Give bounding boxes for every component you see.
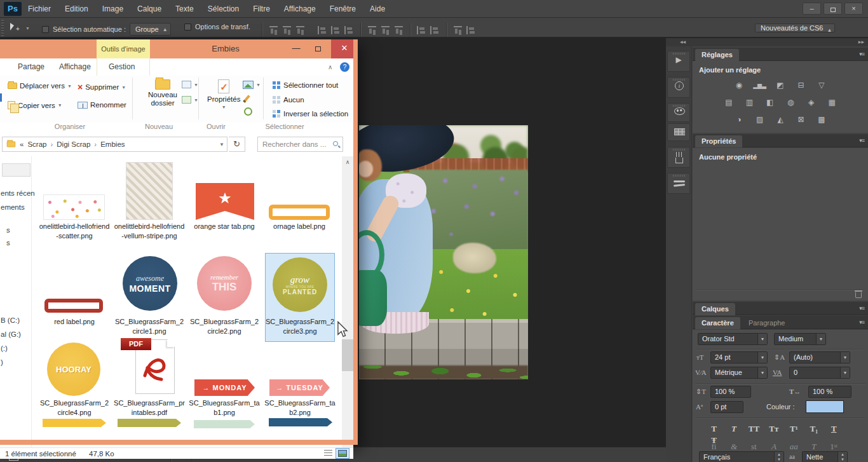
file-thumb-grow-planted[interactable]: grow WHERE YOU ARE PLANTED — [271, 256, 329, 313]
copy-to-button[interactable]: Copier vers▼ — [8, 101, 62, 109]
language-select[interactable]: Français▲▼ — [699, 451, 784, 462]
explorer-title-bar[interactable]: Outils d'image Embies — ✕ — [0, 39, 358, 58]
file-name[interactable]: SC_BluegrassFarm_2circle4.png — [39, 398, 110, 417]
file-thumb-scatter[interactable] — [43, 194, 105, 220]
file-name[interactable]: red label.png — [39, 317, 110, 327]
file-name[interactable]: SC_BluegrassFarm_printables.pdf — [114, 398, 185, 417]
menu-selection[interactable]: Sélection — [208, 4, 239, 13]
titling-alternates-button[interactable]: T — [805, 442, 822, 452]
hue-saturation-icon[interactable]: ▤ — [722, 97, 736, 107]
file-thumb-tuesday-tab[interactable]: → TUESDAY — [269, 379, 330, 396]
file-name[interactable]: SC_BluegrassFarm_2circle2.png — [189, 317, 260, 336]
threshold-icon[interactable]: ◭ — [773, 114, 787, 125]
faux-bold-button[interactable]: T — [705, 424, 722, 434]
new-item-button[interactable]: ▼ — [182, 81, 198, 88]
auto-select-checkbox[interactable] — [42, 26, 49, 33]
discretionary-ligatures-button[interactable]: st — [745, 442, 763, 452]
file-thumb-partial-navy[interactable] — [269, 418, 332, 426]
panel-menu-icon[interactable]: ▾≡ — [859, 319, 864, 325]
panel-menu-icon[interactable]: ▾≡ — [859, 137, 864, 144]
file-thumb-partial-yellow[interactable] — [43, 419, 106, 427]
distribute-top-icon[interactable] — [367, 26, 377, 34]
font-style-select[interactable]: Medium▼ — [774, 333, 826, 345]
ps-close-button[interactable]: × — [844, 3, 863, 15]
crumb-embies[interactable]: Embies — [100, 140, 125, 148]
photo-filter-icon[interactable]: ◍ — [783, 97, 797, 107]
menu-edition[interactable]: Edition — [65, 4, 88, 13]
horizontal-scale-field[interactable]: 100 % — [808, 386, 851, 398]
photo-document[interactable] — [359, 125, 528, 379]
vibrance-icon[interactable]: ▽ — [815, 80, 829, 90]
font-family-select[interactable]: Orator Std▼ — [698, 333, 768, 345]
file-thumb-hooray[interactable]: HOORAY — [44, 339, 104, 399]
menu-filtre[interactable]: Filtre — [253, 4, 270, 13]
refresh-button[interactable]: ↻ — [229, 137, 245, 152]
color-balance-icon[interactable]: ▥ — [742, 97, 756, 107]
file-thumb-partial-mint[interactable] — [194, 420, 255, 428]
panel-menu-icon[interactable]: ▾≡ — [859, 305, 864, 311]
levels-icon[interactable]: ▂▆▃ — [753, 81, 767, 91]
swatches-panel-button[interactable] — [667, 123, 690, 141]
expand-dock-icon[interactable]: ▶▶ — [858, 38, 864, 46]
menu-affichage[interactable]: Affichage — [284, 4, 316, 13]
panel-menu-icon[interactable]: ▾≡ — [859, 51, 864, 57]
nav-item-4[interactable]: s — [6, 239, 10, 247]
tab-calques[interactable]: Calques — [695, 303, 735, 315]
swash-button[interactable]: A — [765, 442, 782, 452]
nav-item-recent[interactable]: ents récen — [1, 189, 35, 197]
details-view-button[interactable] — [324, 450, 332, 458]
curves-icon[interactable]: ◩ — [773, 80, 787, 90]
gradient-map-icon[interactable]: ▩ — [815, 114, 829, 125]
leading-select[interactable]: (Auto)▼ — [789, 351, 850, 363]
invert-icon[interactable]: ◑ — [732, 114, 746, 125]
rename-button[interactable]: Renommer — [78, 101, 126, 109]
breadcrumb-prefix[interactable]: « — [20, 140, 24, 148]
tab-caractere[interactable]: Caractère — [695, 317, 740, 329]
move-to-button[interactable]: Déplacer vers▼ — [8, 82, 72, 90]
history-button[interactable] — [244, 107, 252, 116]
contextual-alternates-button[interactable]: & — [725, 442, 742, 452]
explorer-maximize-button[interactable] — [309, 41, 327, 57]
file-thumb-orange-label[interactable] — [269, 205, 330, 220]
align-vertical-centers-icon[interactable] — [282, 26, 292, 34]
small-caps-button[interactable]: Tᴛ — [765, 424, 782, 434]
file-thumb-orange-star-tab[interactable]: ★ — [196, 183, 254, 220]
file-thumb-monday-tab[interactable]: → MONDAY — [194, 379, 255, 396]
ps-restore-button[interactable] — [824, 3, 842, 15]
vertical-scale-field[interactable]: 100 % — [710, 386, 751, 398]
all-caps-button[interactable]: TT — [745, 424, 763, 434]
tab-paragraphe[interactable]: Paragraphe — [742, 317, 792, 329]
scroll-up-icon[interactable]: ∧ — [342, 159, 353, 165]
properties-button[interactable]: Propriétés ▼ — [207, 79, 240, 109]
distribute-hcenter-icon[interactable] — [430, 26, 440, 34]
ligatures-button[interactable]: fi — [705, 442, 722, 452]
nav-item-3[interactable]: s — [6, 226, 10, 234]
brightness-contrast-icon[interactable]: ◉ — [732, 80, 746, 90]
faux-italic-button[interactable]: T — [725, 424, 742, 434]
file-name[interactable]: orange star tab.png — [189, 222, 260, 231]
file-name[interactable]: SC_BluegrassFarm_2circle3.png — [264, 317, 336, 336]
align-left-edges-icon[interactable] — [318, 26, 327, 34]
collapse-dock-icon[interactable]: ◀◀ — [680, 38, 686, 46]
underline-button[interactable]: T — [825, 424, 843, 434]
distribute-left-icon[interactable] — [417, 26, 426, 34]
nav-item-drive-c[interactable]: B (C:) — [1, 316, 20, 324]
distribute-vcenter-icon[interactable] — [381, 26, 390, 34]
menu-fichier[interactable]: Fichier — [28, 4, 51, 13]
delete-button[interactable]: × Supprimer▼ — [78, 82, 126, 92]
help-icon[interactable]: ? — [340, 62, 349, 72]
file-thumb-partial-olive[interactable] — [118, 419, 181, 427]
tool-presets-panel-button[interactable] — [667, 173, 690, 194]
nav-item-downloads[interactable]: ements — [1, 203, 25, 211]
context-tab-outils-image[interactable]: Outils d'image — [97, 39, 150, 58]
menu-texte[interactable]: Texte — [175, 4, 194, 13]
auto-align-2-icon[interactable] — [466, 26, 476, 34]
select-none-button[interactable]: Aucun — [272, 95, 304, 104]
actions-panel-button[interactable]: ▶ — [667, 51, 690, 72]
file-thumb-awesome-moment[interactable]: awesome MOMENT — [121, 255, 179, 312]
menu-image[interactable]: Image — [102, 4, 123, 13]
selective-color-icon[interactable]: ⊠ — [794, 114, 808, 125]
stylistic-alternates-button[interactable]: aa — [785, 442, 803, 452]
files-scrollbar[interactable]: ∧ ∨ — [342, 156, 353, 447]
options-grip[interactable] — [1, 20, 4, 36]
